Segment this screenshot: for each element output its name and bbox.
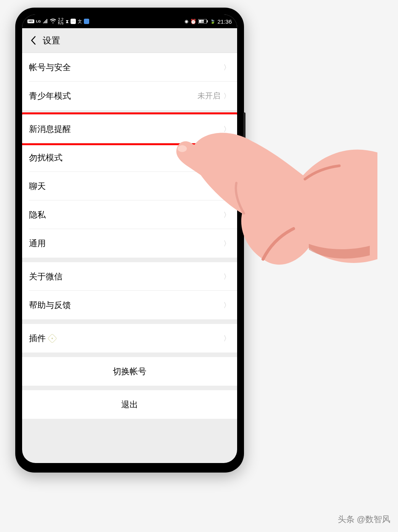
settings-item-help[interactable]: 帮助与反馈 〉 bbox=[22, 291, 237, 319]
settings-item-general[interactable]: 通用 〉 bbox=[22, 229, 237, 258]
switch-account-button[interactable]: 切换帐号 bbox=[22, 357, 237, 386]
settings-item-chat[interactable]: 聊天 〉 bbox=[22, 172, 237, 200]
phone-screen: HD LG 2.2 K/s ⧗ ⋯ 文 ◉ ⏰ bbox=[22, 14, 237, 463]
chevron-right-icon: 〉 bbox=[223, 272, 230, 281]
battery-icon: 68 bbox=[198, 19, 208, 24]
status-right: ◉ ⏰ 68 🍃 21:36 bbox=[185, 18, 232, 25]
chevron-right-icon: 〉 bbox=[223, 210, 230, 220]
chevron-right-icon: 〉 bbox=[223, 301, 230, 310]
chevron-right-icon: 〉 bbox=[223, 182, 230, 191]
settings-item-about[interactable]: 关于微信 〉 bbox=[22, 262, 237, 291]
app-icon-2: 文 bbox=[78, 19, 82, 24]
settings-group-actions: 切换帐号 bbox=[22, 357, 237, 386]
svg-rect-3 bbox=[207, 20, 208, 22]
back-button[interactable] bbox=[25, 32, 41, 48]
settings-item-account-security[interactable]: 帐号与安全 〉 bbox=[22, 53, 237, 82]
chevron-right-icon: 〉 bbox=[223, 153, 230, 162]
network-speed: 2.2 K/s bbox=[58, 18, 63, 25]
settings-item-privacy[interactable]: 隐私 〉 bbox=[22, 200, 237, 229]
page-title: 设置 bbox=[43, 35, 60, 46]
settings-group-1: 帐号与安全 〉 青少年模式 未开启 〉 bbox=[22, 53, 237, 110]
hourglass-icon: ⧗ bbox=[66, 19, 69, 24]
settings-content: 帐号与安全 〉 青少年模式 未开启 〉 新消息提醒 〉 勿扰模式 〉 bbox=[22, 53, 237, 419]
wifi-icon bbox=[50, 19, 56, 24]
chevron-right-icon: 〉 bbox=[223, 91, 230, 101]
plugin-badge-icon bbox=[47, 333, 57, 343]
settings-group-4: 插件 〉 bbox=[22, 324, 237, 353]
eye-icon: ◉ bbox=[185, 19, 188, 24]
chevron-right-icon: 〉 bbox=[223, 63, 230, 72]
phone-side-button bbox=[243, 112, 246, 151]
signal-icon bbox=[43, 19, 48, 24]
clock: 21:36 bbox=[217, 18, 232, 25]
network-label: LG bbox=[36, 19, 41, 23]
settings-group-3: 关于微信 〉 帮助与反馈 〉 bbox=[22, 262, 237, 319]
app-icon-1: ⋯ bbox=[71, 19, 76, 24]
logout-button[interactable]: 退出 bbox=[22, 390, 237, 419]
watermark: 头条 @数智风 bbox=[338, 514, 390, 525]
hd-icon: HD bbox=[27, 19, 34, 23]
settings-item-dnd[interactable]: 勿扰模式 〉 bbox=[22, 143, 237, 172]
leaf-icon: 🍃 bbox=[210, 19, 215, 24]
svg-text:68: 68 bbox=[201, 20, 204, 23]
chevron-right-icon: 〉 bbox=[223, 334, 230, 343]
settings-group-logout: 退出 bbox=[22, 390, 237, 419]
settings-item-new-message[interactable]: 新消息提醒 〉 bbox=[22, 115, 237, 143]
settings-item-plugins[interactable]: 插件 〉 bbox=[22, 324, 237, 353]
settings-group-2: 新消息提醒 〉 勿扰模式 〉 聊天 〉 隐私 〉 通用 〉 bbox=[22, 115, 237, 258]
status-left: HD LG 2.2 K/s ⧗ ⋯ 文 bbox=[27, 18, 89, 25]
alarm-icon: ⏰ bbox=[190, 19, 196, 24]
settings-item-youth-mode[interactable]: 青少年模式 未开启 〉 bbox=[22, 82, 237, 110]
chevron-right-icon: 〉 bbox=[223, 239, 230, 248]
app-icon-3 bbox=[84, 19, 89, 24]
status-bar: HD LG 2.2 K/s ⧗ ⋯ 文 ◉ ⏰ bbox=[22, 14, 237, 28]
phone-frame: HD LG 2.2 K/s ⧗ ⋯ 文 ◉ ⏰ bbox=[15, 8, 244, 473]
chevron-right-icon: 〉 bbox=[223, 125, 230, 134]
header-bar: 设置 bbox=[22, 28, 237, 53]
